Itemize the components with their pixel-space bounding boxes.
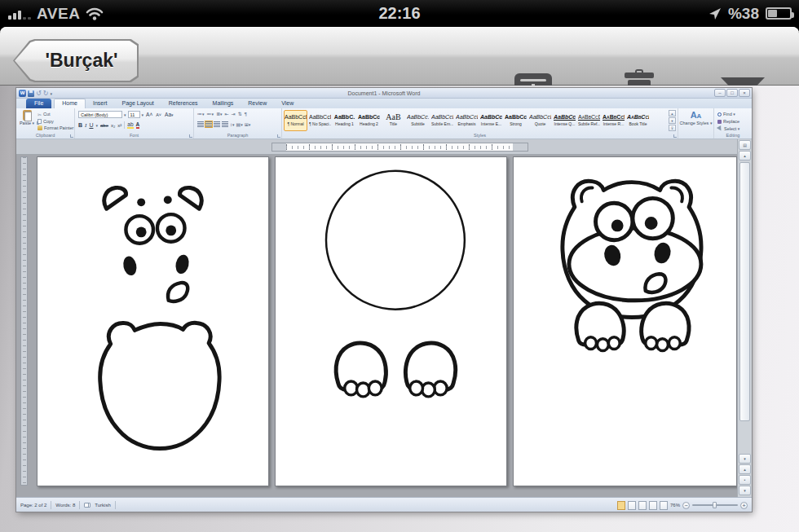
zoom-slider[interactable] bbox=[692, 504, 738, 506]
ribbon-tab-row: File Home Insert Page Layout References … bbox=[16, 99, 752, 108]
select-browse-object-button[interactable]: • bbox=[739, 475, 751, 485]
style-subtle-reference[interactable]: AaBbCcDcSubtle Ref... bbox=[577, 110, 601, 131]
mail-toolbar: 'Burçak' bbox=[0, 27, 799, 86]
format-painter-button[interactable]: Format Painter bbox=[38, 125, 73, 131]
page-indicator[interactable]: Page: 2 of 2 bbox=[20, 503, 46, 508]
decrease-indent-icon[interactable]: ⇤ bbox=[225, 111, 229, 117]
web-layout-view-button[interactable] bbox=[638, 501, 647, 510]
bold-button[interactable]: B bbox=[78, 122, 82, 128]
redo-icon[interactable]: ↻ bbox=[43, 90, 49, 97]
style-intense-emphasis[interactable]: AaBbCcDcIntense E... bbox=[479, 110, 503, 131]
style-strong[interactable]: AaBbCcDcStrong bbox=[504, 110, 528, 131]
tab-page-layout[interactable]: Page Layout bbox=[114, 99, 161, 108]
tab-review[interactable]: Review bbox=[241, 99, 274, 108]
zoom-level[interactable]: 76% bbox=[670, 503, 680, 508]
scroll-down-icon[interactable]: ▾ bbox=[739, 454, 751, 464]
style-intense-quote[interactable]: AaBbCcDcIntense Q... bbox=[553, 110, 576, 131]
find-button[interactable]: Find ▾ bbox=[714, 111, 752, 118]
font-color-button[interactable]: A bbox=[136, 121, 140, 129]
style-book-title[interactable]: AaBbCcDcBook Title bbox=[626, 110, 650, 131]
undo-icon[interactable]: ↺ bbox=[36, 90, 42, 97]
font-family-select[interactable]: Calibri (Body) bbox=[78, 111, 122, 118]
replace-icon bbox=[717, 120, 722, 124]
style-subtitle[interactable]: AaBbCc.Subtitle bbox=[406, 110, 430, 131]
style-subtle-emphasis[interactable]: AaBbCcDcSubtle Em... bbox=[430, 110, 454, 131]
font-dialog-launcher[interactable] bbox=[189, 134, 192, 138]
language-indicator[interactable]: Turkish bbox=[95, 503, 110, 508]
minimize-button[interactable]: – bbox=[714, 89, 726, 97]
strikethrough-button[interactable]: abe bbox=[100, 123, 108, 128]
style-heading2[interactable]: AaBbCc.Heading 2 bbox=[357, 110, 381, 131]
draft-view-button[interactable] bbox=[660, 501, 668, 510]
style-normal[interactable]: AaBbCcDc¶ Normal bbox=[284, 110, 307, 131]
sort-icon[interactable]: ⇅ bbox=[238, 111, 242, 117]
numbering-icon[interactable]: ≕▾ bbox=[207, 111, 214, 117]
copy-button[interactable]: Copy bbox=[38, 118, 73, 125]
back-button[interactable]: 'Burçak' bbox=[13, 39, 139, 82]
styles-scroll-up-icon[interactable]: ▴ bbox=[669, 110, 676, 117]
save-icon[interactable] bbox=[28, 90, 34, 97]
multilevel-list-icon[interactable]: ≣▾ bbox=[216, 111, 223, 117]
tab-mailings[interactable]: Mailings bbox=[205, 99, 241, 108]
style-emphasis[interactable]: AaBbCcDcEmphasis bbox=[455, 110, 479, 131]
tab-references[interactable]: References bbox=[161, 99, 205, 108]
superscript-button[interactable]: x² bbox=[117, 123, 121, 128]
change-styles-icon[interactable]: AA bbox=[678, 111, 713, 121]
previous-page-button[interactable]: ▴ bbox=[739, 464, 751, 474]
styles-more-icon[interactable]: ⊽ bbox=[669, 125, 676, 131]
qat-dropdown-icon[interactable]: ▾ bbox=[50, 91, 52, 96]
select-button[interactable]: Select ▾ bbox=[714, 125, 752, 133]
justify-button[interactable] bbox=[222, 121, 228, 127]
zoom-slider-thumb[interactable] bbox=[713, 502, 717, 508]
close-button[interactable]: × bbox=[739, 89, 750, 97]
italic-button[interactable]: I bbox=[85, 122, 86, 129]
shrink-font-button[interactable]: A˅ bbox=[155, 112, 162, 117]
scroll-up-icon[interactable]: ▴ bbox=[739, 151, 751, 160]
next-page-button[interactable]: ▾ bbox=[739, 486, 751, 495]
styles-dialog-launcher[interactable] bbox=[673, 134, 677, 138]
vertical-scrollbar[interactable]: ▤ ▴ ▾ ▴ • ▾ bbox=[737, 139, 752, 497]
zoom-out-button[interactable]: − bbox=[682, 502, 690, 509]
style-quote[interactable]: AaBbCcDcQuote bbox=[528, 110, 552, 131]
align-right-button[interactable] bbox=[214, 121, 220, 127]
borders-icon[interactable]: ⊞▾ bbox=[245, 121, 251, 127]
scrollbar-thumb[interactable] bbox=[739, 162, 750, 421]
word-count[interactable]: Words: 8 bbox=[55, 503, 75, 508]
line-spacing-icon[interactable]: ↕▾ bbox=[230, 122, 235, 127]
text-highlight-button[interactable]: ab bbox=[127, 121, 133, 129]
outline-view-button[interactable] bbox=[649, 501, 657, 510]
maximize-button[interactable]: □ bbox=[726, 89, 738, 97]
style-no-spacing[interactable]: AaBbCcDc¶ No Spaci... bbox=[308, 110, 332, 131]
proofing-icon[interactable] bbox=[84, 503, 90, 508]
underline-button[interactable]: U bbox=[89, 122, 93, 128]
paste-button[interactable]: Paste ▾ bbox=[19, 110, 35, 133]
increase-indent-icon[interactable]: ⇥ bbox=[232, 111, 236, 117]
ruler-toggle-button[interactable]: ▤ bbox=[739, 140, 751, 150]
font-size-select[interactable]: 11 bbox=[128, 111, 140, 118]
change-case-button[interactable]: Aa▾ bbox=[164, 112, 174, 117]
tab-insert[interactable]: Insert bbox=[86, 99, 115, 108]
subscript-button[interactable]: x₂ bbox=[111, 123, 115, 128]
tab-file[interactable]: File bbox=[26, 99, 51, 108]
style-heading1[interactable]: AaBbC.Heading 1 bbox=[333, 110, 356, 131]
grow-font-button[interactable]: A˄ bbox=[145, 112, 153, 117]
align-left-button[interactable] bbox=[197, 121, 204, 127]
shading-icon[interactable]: ▤▾ bbox=[236, 121, 243, 127]
clipboard-dialog-launcher[interactable] bbox=[70, 134, 73, 138]
pilcrow-icon[interactable]: ¶ bbox=[245, 112, 247, 117]
replace-button[interactable]: Replace bbox=[714, 118, 752, 125]
paragraph-dialog-launcher[interactable] bbox=[277, 134, 280, 138]
print-layout-view-button[interactable] bbox=[617, 501, 625, 510]
complete-hippo-drawing bbox=[514, 157, 737, 486]
style-title[interactable]: AaBTitle bbox=[382, 110, 405, 131]
tab-home[interactable]: Home bbox=[54, 99, 86, 108]
cut-button[interactable]: ✂Cut bbox=[38, 111, 73, 118]
style-intense-reference[interactable]: AaBbCcDcIntense R... bbox=[602, 110, 625, 131]
change-styles-button[interactable]: Change Styles ▾ bbox=[678, 121, 713, 125]
tab-view[interactable]: View bbox=[274, 99, 301, 108]
fullscreen-reading-view-button[interactable] bbox=[628, 501, 636, 510]
zoom-in-button[interactable]: + bbox=[740, 502, 748, 509]
styles-scroll-down-icon[interactable]: ▾ bbox=[669, 117, 676, 124]
bullets-icon[interactable]: ≔▾ bbox=[197, 111, 205, 117]
align-center-button[interactable] bbox=[205, 121, 212, 127]
